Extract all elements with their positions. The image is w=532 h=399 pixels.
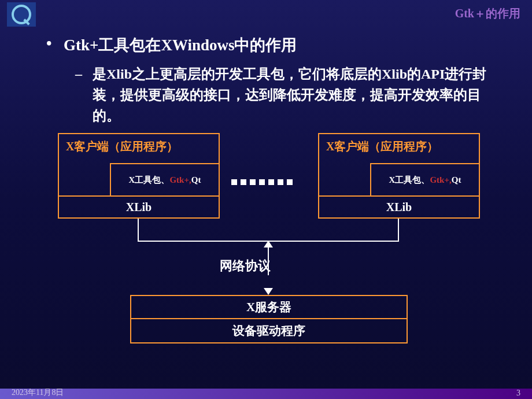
xlib-box-left: XLib bbox=[58, 195, 220, 219]
slide-header-title: Gtk＋的作用 bbox=[455, 6, 520, 21]
dot-icon bbox=[250, 179, 256, 185]
client-title-left: X客户端（应用程序） bbox=[59, 134, 219, 159]
arrow-down-icon bbox=[264, 288, 273, 295]
logo-q-shape bbox=[12, 5, 31, 24]
toolkit-gtk: Gtk+, bbox=[169, 175, 191, 185]
footer-page-number: 3 bbox=[516, 389, 520, 398]
logo-icon bbox=[7, 2, 36, 27]
toolkit-suffix-r: Qt bbox=[452, 175, 461, 185]
main-bullet: Gtk+工具包在XWindows中的作用 bbox=[40, 35, 492, 56]
dot-icon bbox=[231, 179, 237, 185]
xlib-box-right: XLib bbox=[318, 195, 480, 219]
dot-icon bbox=[241, 179, 246, 185]
connector-line bbox=[138, 219, 139, 242]
toolkit-prefix-r: X工具包、 bbox=[389, 175, 430, 186]
driver-row: 设备驱动程序 bbox=[131, 319, 407, 342]
toolkit-prefix: X工具包、 bbox=[129, 175, 170, 186]
client-box-right: X客户端（应用程序） X工具包、Gtk+,Qt XLib bbox=[318, 133, 480, 219]
dot-icon bbox=[287, 179, 293, 185]
dot-icon bbox=[268, 179, 274, 185]
toolkit-suffix: Qt bbox=[191, 175, 201, 185]
footer-date: 2023年11月8日 bbox=[12, 387, 64, 398]
architecture-diagram: X客户端（应用程序） X工具包、Gtk+,Qt XLib X客户端（应用程序） … bbox=[0, 133, 532, 364]
protocol-label: 网络协议 bbox=[220, 257, 271, 275]
dot-icon bbox=[259, 179, 265, 185]
server-box: X服务器 设备驱动程序 bbox=[130, 295, 408, 343]
sub-bullet: 是Xlib之上更高层的开发工具包，它们将底层的Xlib的API进行封装，提供更高… bbox=[40, 64, 492, 126]
toolkit-gtk-r: Gtk+, bbox=[430, 175, 451, 185]
dot-icon bbox=[278, 179, 283, 185]
ellipsis-dots bbox=[231, 179, 293, 185]
toolkit-box-right: X工具包、Gtk+,Qt bbox=[370, 163, 480, 197]
arrow-up-icon bbox=[264, 241, 273, 247]
connector-line bbox=[398, 219, 399, 242]
client-box-left: X客户端（应用程序） X工具包、Gtk+,Qt XLib bbox=[58, 133, 220, 219]
toolkit-box-left: X工具包、Gtk+,Qt bbox=[110, 163, 220, 197]
content-area: Gtk+工具包在XWindows中的作用 是Xlib之上更高层的开发工具包，它们… bbox=[0, 0, 532, 126]
xserver-row: X服务器 bbox=[131, 296, 407, 319]
client-title-right: X客户端（应用程序） bbox=[319, 134, 479, 159]
footer-bar bbox=[0, 389, 532, 399]
